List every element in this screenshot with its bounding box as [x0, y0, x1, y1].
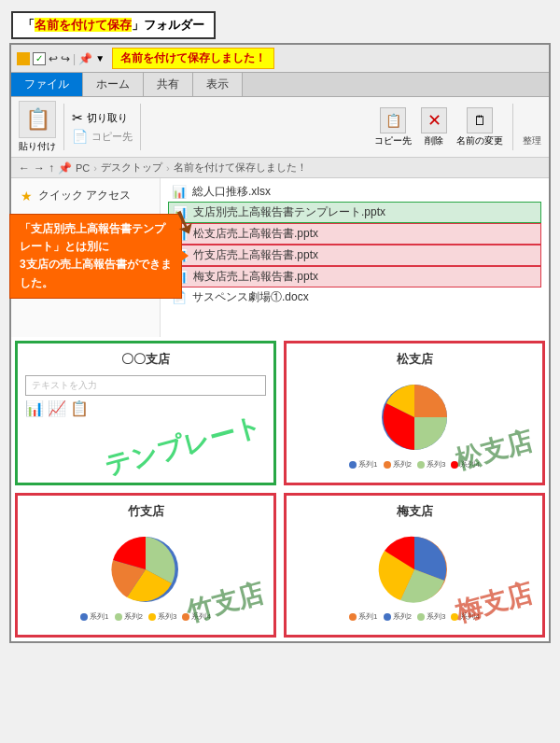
scissors-icon: ✂	[72, 110, 83, 125]
explorer-nav: ← → ↑ 📌 PC › デスクトップ › 名前を付けて保存しました！	[11, 158, 549, 178]
slide-ume-title: 梅支店	[287, 496, 542, 524]
slide-take: 竹支店 系列1 系列2 系列3 系列4 竹支店	[15, 493, 276, 638]
tab-view[interactable]: 表示	[193, 73, 243, 96]
sep-2: ›	[166, 162, 170, 174]
delete-btn-icon: ✕	[421, 107, 447, 133]
rename-btn-label: 名前の変更	[456, 135, 503, 147]
forward-arrow[interactable]: →	[34, 161, 45, 175]
star-icon: ★	[21, 189, 33, 203]
slide-matsu: 松支店 系列1 系列2 系列3 系列4	[284, 341, 545, 485]
file-item-template[interactable]: 📊 支店別売上高報告書テンプレート.pptx	[168, 202, 541, 223]
ribbon-delete-btn[interactable]: ✕ 削除	[417, 107, 451, 147]
tab-share[interactable]: 共有	[144, 73, 193, 96]
left-callout: 「支店別売上高報告書テンプレート」とは別に3支店の売上高報告書ができました。	[9, 214, 182, 299]
pin-nav-icon: 📌	[58, 161, 72, 175]
window-frame: ✓ ↩ ↪ | 📌 ▼ 名前を付けて保存しました！ ファイル ホーム 共有 表示…	[9, 43, 551, 643]
file-item-matsu[interactable]: 📊 松支店売上高報告書.pptx	[168, 223, 541, 245]
separator: |	[73, 52, 76, 65]
ribbon-section-label: 整理	[523, 106, 541, 147]
file-list: 📊 総人口推移.xlsx 📊 支店別売上高報告書テンプレート.pptx 📊 松支…	[161, 178, 549, 337]
file-item-take[interactable]: 📊 竹支店売上高報告書.pptx	[168, 245, 541, 266]
breadcrumb-pc[interactable]: PC	[76, 162, 90, 174]
slide-matsu-title: 松支店	[287, 343, 542, 372]
folder-icon	[17, 52, 30, 65]
file-name-take: 竹支店売上高報告書.pptx	[193, 247, 318, 263]
file-name-matsu: 松支店売上高報告書.pptx	[193, 226, 318, 242]
xlsx-icon: 📊	[172, 185, 187, 199]
title-bar-text: 名前を付けて保存しました！	[112, 48, 274, 69]
delete-btn-label: 削除	[425, 135, 443, 147]
explorer-section: 「支店別売上高報告書テンプレート」とは別に3支店の売上高報告書ができました。 ➘…	[11, 158, 549, 337]
breadcrumb-desktop[interactable]: デスクトップ	[101, 161, 162, 175]
template-watermark: テンプレート	[101, 408, 266, 484]
top-note: 「名前を付けて保存」フォルダー	[11, 11, 216, 39]
sep-1: ›	[93, 162, 97, 174]
file-item-ume[interactable]: 📊 梅支店売上高報告書.pptx	[168, 266, 541, 287]
pin-icon: 📌	[78, 52, 92, 65]
top-note-wrapper: 「名前を付けて保存」フォルダー	[6, 6, 554, 39]
file-item-docx[interactable]: 📄 サスペンス劇場①.docx	[168, 287, 541, 307]
copy-row: 📄 コピー先	[72, 129, 133, 144]
redo-icon[interactable]: ↪	[61, 52, 70, 65]
sidebar-item-quick[interactable]: ★ クイック アクセス	[11, 184, 160, 207]
chart-icon-3: 📋	[70, 400, 89, 417]
file-name-xlsx: 総人口推移.xlsx	[192, 184, 271, 200]
down-arrow-icon[interactable]: ▼	[95, 53, 105, 63]
copy-to-label: コピー先	[91, 130, 133, 144]
file-item-xlsx[interactable]: 📊 総人口推移.xlsx	[168, 182, 541, 202]
tab-bar: ファイル ホーム 共有 表示	[11, 73, 549, 97]
up-arrow[interactable]: ↑	[49, 161, 54, 175]
ribbon-sep-3	[512, 104, 513, 150]
ribbon-sep-2	[140, 104, 141, 150]
slide-template: 〇〇支店 テキストを入力 📊 📈 📋 テンプレート	[15, 341, 276, 485]
ribbon-paste-group: 📋 貼り付け	[19, 101, 56, 153]
copy-btn-icon: 📋	[380, 107, 406, 133]
top-note-highlight: 名前を付けて保存	[35, 18, 132, 32]
paste-label: 貼り付け	[19, 140, 56, 153]
check-icon: ✓	[33, 52, 46, 65]
title-bar: ✓ ↩ ↪ | 📌 ▼ 名前を付けて保存しました！	[11, 45, 549, 73]
title-bar-icons: ✓ ↩ ↪ | 📌 ▼	[17, 52, 105, 65]
template-input[interactable]: テキストを入力	[25, 375, 266, 396]
file-name-docx: サスペンス劇場①.docx	[192, 289, 309, 305]
back-arrow[interactable]: ←	[19, 161, 30, 175]
ribbon-right: 📋 コピー先 ✕ 削除 🗒 名前の変更 整理	[374, 104, 541, 150]
paste-icon[interactable]: 📋	[19, 101, 56, 138]
ribbon-edit-group: ✂ 切り取り 📄 コピー先	[72, 110, 133, 144]
copy-btn-label: コピー先	[374, 135, 412, 147]
file-name-template: 支店別売上高報告書テンプレート.pptx	[193, 204, 385, 220]
ribbon: 📋 貼り付け ✂ 切り取り 📄 コピー先 📋 コピー先	[11, 97, 549, 158]
slide-take-title: 竹支店	[18, 496, 273, 524]
file-name-ume: 梅支店売上高報告書.pptx	[193, 269, 318, 285]
ribbon-sep-1	[63, 104, 64, 150]
tab-file[interactable]: ファイル	[11, 73, 83, 96]
slides-grid: 〇〇支店 テキストを入力 📊 📈 📋 テンプレート 松支店	[11, 337, 549, 641]
slide-template-title: 〇〇支店	[18, 343, 273, 372]
chart-icon-2: 📈	[48, 400, 66, 417]
sidebar-quick-label: クイック アクセス	[38, 188, 131, 203]
chart-icon-1: 📊	[25, 400, 44, 417]
breadcrumb-folder[interactable]: 名前を付けて保存しました！	[174, 161, 307, 175]
cut-label: 切り取り	[87, 111, 128, 125]
rename-btn-icon: 🗒	[467, 107, 493, 133]
ribbon-section: 整理	[523, 106, 541, 147]
ribbon-rename-btn[interactable]: 🗒 名前の変更	[456, 107, 503, 147]
ribbon-copy-btn[interactable]: 📋 コピー先	[374, 107, 412, 147]
cut-row: ✂ 切り取り	[72, 110, 133, 125]
breadcrumb: PC › デスクトップ › 名前を付けて保存しました！	[76, 161, 307, 175]
undo-icon[interactable]: ↩	[49, 52, 58, 65]
outer-container: 「名前を付けて保存」フォルダー ✓ ↩ ↪ | 📌 ▼ 名前を付けて保存しました…	[0, 0, 560, 649]
tab-home[interactable]: ホーム	[83, 73, 144, 96]
copy-icon: 📄	[72, 129, 88, 144]
slide-ume: 梅支店 系列1 系列2 系列3 系列4 梅支店	[284, 493, 545, 638]
